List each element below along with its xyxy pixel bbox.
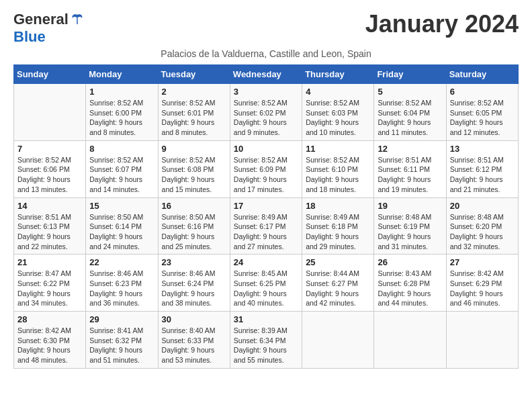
- day-number: 14: [17, 201, 82, 211]
- day-number: 18: [306, 201, 370, 211]
- calendar-day-cell: [14, 84, 86, 141]
- calendar-week-row: 21Sunrise: 8:47 AMSunset: 6:22 PMDayligh…: [14, 255, 519, 312]
- day-number: 28: [17, 314, 82, 324]
- calendar-day-cell: 17Sunrise: 8:49 AMSunset: 6:17 PMDayligh…: [230, 197, 302, 255]
- day-number: 16: [162, 201, 226, 211]
- logo: General Blue: [13, 11, 85, 46]
- day-details: Sunrise: 8:48 AMSunset: 6:20 PMDaylight:…: [450, 212, 515, 252]
- day-details: Sunrise: 8:48 AMSunset: 6:19 PMDaylight:…: [378, 212, 442, 252]
- calendar-week-row: 7Sunrise: 8:52 AMSunset: 6:06 PMDaylight…: [14, 140, 519, 197]
- day-number: 1: [89, 87, 154, 97]
- calendar-header-cell: Wednesday: [230, 65, 302, 84]
- day-number: 21: [17, 257, 82, 267]
- day-number: 31: [234, 314, 298, 324]
- day-details: Sunrise: 8:47 AMSunset: 6:22 PMDaylight:…: [17, 269, 82, 308]
- calendar-week-row: 14Sunrise: 8:51 AMSunset: 6:13 PMDayligh…: [14, 197, 519, 255]
- day-number: 24: [234, 257, 298, 267]
- day-number: 13: [450, 144, 515, 154]
- calendar-day-cell: 3Sunrise: 8:52 AMSunset: 6:02 PMDaylight…: [230, 84, 302, 141]
- calendar-day-cell: 14Sunrise: 8:51 AMSunset: 6:13 PMDayligh…: [14, 197, 86, 255]
- day-number: 25: [306, 257, 370, 267]
- calendar-day-cell: 6Sunrise: 8:52 AMSunset: 6:05 PMDaylight…: [446, 84, 518, 141]
- day-details: Sunrise: 8:42 AMSunset: 6:29 PMDaylight:…: [450, 269, 515, 308]
- day-number: 10: [234, 144, 298, 154]
- calendar-day-cell: 31Sunrise: 8:39 AMSunset: 6:34 PMDayligh…: [230, 312, 302, 369]
- day-details: Sunrise: 8:52 AMSunset: 6:05 PMDaylight:…: [450, 98, 515, 138]
- day-details: Sunrise: 8:44 AMSunset: 6:27 PMDaylight:…: [306, 269, 370, 308]
- calendar-day-cell: 29Sunrise: 8:41 AMSunset: 6:32 PMDayligh…: [86, 312, 158, 369]
- day-number: 12: [378, 144, 442, 154]
- calendar-day-cell: 28Sunrise: 8:42 AMSunset: 6:30 PMDayligh…: [14, 312, 86, 369]
- calendar-day-cell: 10Sunrise: 8:52 AMSunset: 6:09 PMDayligh…: [230, 140, 302, 197]
- calendar-header-cell: Sunday: [14, 65, 86, 84]
- day-number: 4: [306, 87, 370, 97]
- calendar-header-row: SundayMondayTuesdayWednesdayThursdayFrid…: [14, 65, 519, 84]
- calendar-header-cell: Monday: [86, 65, 158, 84]
- calendar-day-cell: 18Sunrise: 8:49 AMSunset: 6:18 PMDayligh…: [302, 197, 374, 255]
- calendar-day-cell: 23Sunrise: 8:46 AMSunset: 6:24 PMDayligh…: [158, 255, 230, 312]
- calendar-day-cell: 2Sunrise: 8:52 AMSunset: 6:01 PMDaylight…: [158, 84, 230, 141]
- logo-blue: Blue: [13, 28, 85, 46]
- day-number: 6: [450, 87, 515, 97]
- calendar-day-cell: 27Sunrise: 8:42 AMSunset: 6:29 PMDayligh…: [446, 255, 518, 312]
- day-details: Sunrise: 8:39 AMSunset: 6:34 PMDaylight:…: [234, 326, 298, 365]
- day-number: 7: [17, 144, 82, 154]
- calendar-day-cell: 1Sunrise: 8:52 AMSunset: 6:00 PMDaylight…: [86, 84, 158, 141]
- day-details: Sunrise: 8:42 AMSunset: 6:30 PMDaylight:…: [17, 326, 82, 365]
- day-details: Sunrise: 8:49 AMSunset: 6:18 PMDaylight:…: [306, 212, 370, 252]
- day-details: Sunrise: 8:43 AMSunset: 6:28 PMDaylight:…: [378, 269, 442, 308]
- calendar-day-cell: 19Sunrise: 8:48 AMSunset: 6:19 PMDayligh…: [374, 197, 446, 255]
- day-details: Sunrise: 8:51 AMSunset: 6:12 PMDaylight:…: [450, 155, 515, 195]
- calendar-header-cell: Friday: [374, 65, 446, 84]
- day-details: Sunrise: 8:41 AMSunset: 6:32 PMDaylight:…: [89, 326, 154, 365]
- calendar-day-cell: [446, 312, 518, 369]
- calendar-header-cell: Thursday: [302, 65, 374, 84]
- day-details: Sunrise: 8:52 AMSunset: 6:06 PMDaylight:…: [17, 155, 82, 195]
- day-number: 9: [162, 144, 226, 154]
- calendar-day-cell: 25Sunrise: 8:44 AMSunset: 6:27 PMDayligh…: [302, 255, 374, 312]
- calendar-week-row: 1Sunrise: 8:52 AMSunset: 6:00 PMDaylight…: [14, 84, 519, 141]
- day-number: 11: [306, 144, 370, 154]
- calendar-week-row: 28Sunrise: 8:42 AMSunset: 6:30 PMDayligh…: [14, 312, 519, 369]
- day-details: Sunrise: 8:52 AMSunset: 6:03 PMDaylight:…: [306, 98, 370, 138]
- day-details: Sunrise: 8:52 AMSunset: 6:01 PMDaylight:…: [162, 98, 226, 138]
- day-number: 30: [162, 314, 226, 324]
- logo-general: General: [13, 11, 69, 28]
- calendar-day-cell: 21Sunrise: 8:47 AMSunset: 6:22 PMDayligh…: [14, 255, 86, 312]
- calendar-day-cell: [302, 312, 374, 369]
- calendar-day-cell: 16Sunrise: 8:50 AMSunset: 6:16 PMDayligh…: [158, 197, 230, 255]
- day-details: Sunrise: 8:46 AMSunset: 6:23 PMDaylight:…: [89, 269, 154, 308]
- day-details: Sunrise: 8:50 AMSunset: 6:16 PMDaylight:…: [162, 212, 226, 252]
- day-details: Sunrise: 8:52 AMSunset: 6:07 PMDaylight:…: [89, 155, 154, 195]
- calendar-day-cell: 26Sunrise: 8:43 AMSunset: 6:28 PMDayligh…: [374, 255, 446, 312]
- day-number: 19: [378, 201, 442, 211]
- calendar-day-cell: 11Sunrise: 8:52 AMSunset: 6:10 PMDayligh…: [302, 140, 374, 197]
- calendar-day-cell: 20Sunrise: 8:48 AMSunset: 6:20 PMDayligh…: [446, 197, 518, 255]
- day-details: Sunrise: 8:51 AMSunset: 6:13 PMDaylight:…: [17, 212, 82, 252]
- day-details: Sunrise: 8:52 AMSunset: 6:04 PMDaylight:…: [378, 98, 442, 138]
- day-number: 2: [162, 87, 226, 97]
- day-number: 29: [89, 314, 154, 324]
- day-details: Sunrise: 8:52 AMSunset: 6:02 PMDaylight:…: [234, 98, 298, 138]
- day-number: 27: [450, 257, 515, 267]
- day-details: Sunrise: 8:52 AMSunset: 6:00 PMDaylight:…: [89, 98, 154, 138]
- day-details: Sunrise: 8:52 AMSunset: 6:08 PMDaylight:…: [162, 155, 226, 195]
- day-number: 8: [89, 144, 154, 154]
- day-number: 17: [234, 201, 298, 211]
- day-number: 26: [378, 257, 442, 267]
- day-details: Sunrise: 8:49 AMSunset: 6:17 PMDaylight:…: [234, 212, 298, 252]
- day-details: Sunrise: 8:46 AMSunset: 6:24 PMDaylight:…: [162, 269, 226, 308]
- day-number: 3: [234, 87, 298, 97]
- calendar-table: SundayMondayTuesdayWednesdayThursdayFrid…: [13, 64, 519, 369]
- calendar-day-cell: 24Sunrise: 8:45 AMSunset: 6:25 PMDayligh…: [230, 255, 302, 312]
- day-details: Sunrise: 8:45 AMSunset: 6:25 PMDaylight:…: [234, 269, 298, 308]
- calendar-body: 1Sunrise: 8:52 AMSunset: 6:00 PMDaylight…: [14, 84, 519, 369]
- logo-bird-icon: [70, 12, 85, 27]
- calendar-day-cell: 15Sunrise: 8:50 AMSunset: 6:14 PMDayligh…: [86, 197, 158, 255]
- day-details: Sunrise: 8:40 AMSunset: 6:33 PMDaylight:…: [162, 326, 226, 365]
- page-subtitle: Palacios de la Valduerna, Castille and L…: [13, 48, 519, 59]
- day-number: 5: [378, 87, 442, 97]
- day-number: 15: [89, 201, 154, 211]
- day-details: Sunrise: 8:51 AMSunset: 6:11 PMDaylight:…: [378, 155, 442, 195]
- calendar-day-cell: 30Sunrise: 8:40 AMSunset: 6:33 PMDayligh…: [158, 312, 230, 369]
